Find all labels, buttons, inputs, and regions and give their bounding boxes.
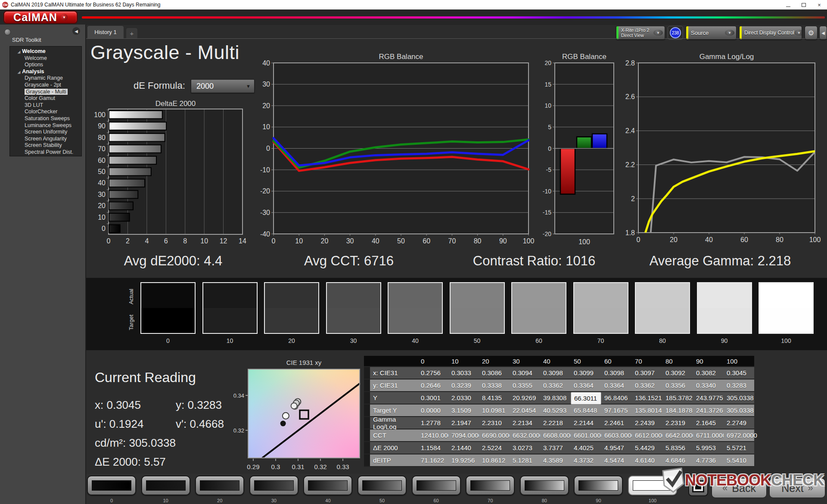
svg-text:0.34: 0.34 [233, 392, 244, 399]
minimize-button[interactable] [780, 0, 796, 9]
sidebar-item-label: Saturation Sweeps [25, 115, 70, 121]
svg-text:60: 60 [98, 157, 106, 164]
sidebar-item-welcome[interactable]: ◢Welcome [10, 48, 81, 55]
table-column-header: 80 [662, 356, 693, 367]
level-button-40[interactable] [303, 476, 352, 495]
level-button-10[interactable] [141, 476, 190, 495]
sidebar-item-options[interactable]: Options [10, 62, 81, 68]
sidebar-item-dynamic-range[interactable]: Dynamic Range [10, 75, 81, 82]
grayscale-swatch-90 [697, 282, 752, 334]
svg-text:70: 70 [98, 145, 106, 152]
table-cell: 2.2310 [479, 417, 510, 429]
sidebar-item-label: Spectral Power Dist. [25, 149, 73, 155]
de-formula-dropdown[interactable]: 2000 ▼ [191, 79, 255, 93]
table-row-label: x: CIE31 [370, 367, 418, 380]
sidebar-item-saturation-sweeps[interactable]: Saturation Sweeps [10, 115, 81, 122]
sidebar-item-screen-angularity[interactable]: Screen Angularity [10, 136, 81, 143]
tree-expand-icon[interactable]: ◢ [18, 50, 20, 54]
svg-text:10: 10 [544, 102, 551, 109]
svg-text:70: 70 [448, 237, 456, 245]
svg-text:20: 20 [262, 102, 270, 109]
sidebar-item-analysis[interactable]: ◢Analysis [10, 68, 81, 75]
svg-text:2.4: 2.4 [625, 127, 635, 134]
sidebar-item-luminance-sweeps[interactable]: Luminance Sweeps [10, 122, 81, 129]
svg-text:6: 6 [164, 237, 168, 245]
level-button-20[interactable] [195, 476, 244, 495]
sidebar-item-grayscale-2pt[interactable]: Grayscale - 2pt [10, 82, 81, 89]
display-control-dropdown[interactable]: Direct Display Control ▼ [739, 26, 802, 40]
table-row: x: CIE310.27560.30330.30860.30940.30980.… [364, 367, 754, 380]
table-cell: 2.2319 [662, 417, 693, 429]
meter-mode: Direct View [621, 33, 653, 38]
sidebar-item-welcome[interactable]: Welcome [10, 55, 81, 62]
measurement-table: 0102030405060708090100x: CIE310.27560.30… [364, 356, 754, 467]
swatch-actual [636, 283, 689, 308]
level-button-label: 80 [520, 498, 569, 503]
workflow-tree: ◢WelcomeWelcomeOptions◢AnalysisDynamic R… [9, 46, 82, 156]
table-cell: 4.3732 [571, 454, 601, 467]
svg-text:0.33: 0.33 [336, 463, 349, 470]
table-cell: 2.2461 [601, 417, 632, 429]
svg-text:-15: -15 [543, 209, 551, 216]
table-cell: 6603.0000 [601, 429, 632, 442]
swatch-level-label: 40 [388, 337, 443, 344]
table-column-header: 90 [693, 356, 724, 367]
settings-button[interactable]: ⚙ [805, 26, 818, 40]
table-cell: 0.3082 [693, 367, 724, 380]
svg-text:DeltaE 2000: DeltaE 2000 [155, 100, 196, 108]
table-cell: 2.2144 [571, 417, 601, 429]
table-cell: 10.8612 [479, 454, 510, 467]
level-button-90[interactable] [574, 476, 623, 495]
swatch-target [265, 308, 318, 333]
workflow-status-icon[interactable] [4, 29, 11, 35]
calman-logo-menu[interactable]: CalMAN ▼ [3, 11, 78, 24]
swatch-level-label: 10 [202, 337, 258, 344]
table-cell: 65.8448 [571, 404, 601, 417]
sidebar-item-screen-stability[interactable]: Screen Stability [10, 142, 81, 149]
tab-history-1[interactable]: History 1 [87, 25, 124, 38]
meter-dropdown[interactable]: X-Rite i1Pro 2 Direct View ▼ [616, 26, 665, 40]
svg-text:100: 100 [578, 238, 590, 246]
sidebar-item-label: Dynamic Range [25, 75, 63, 81]
level-button-label: 70 [466, 498, 515, 503]
table-cell: 2.2439 [632, 417, 662, 429]
level-button-60[interactable] [412, 476, 461, 495]
level-button-80[interactable] [520, 476, 569, 495]
swatch-target [759, 308, 813, 333]
close-button[interactable]: × [811, 0, 827, 9]
table-cell: 5.1281 [510, 454, 540, 467]
svg-text:RGB Balance: RGB Balance [562, 53, 606, 61]
maximize-button[interactable] [796, 0, 811, 9]
level-button-0[interactable] [87, 476, 136, 495]
svg-text:-20: -20 [260, 187, 270, 195]
svg-text:10: 10 [98, 214, 106, 221]
tree-expand-icon[interactable]: ◢ [18, 70, 20, 74]
sidebar-item-colorchecker[interactable]: ColorChecker [10, 109, 81, 115]
table-cell[interactable]: 66.3011 [571, 392, 601, 404]
level-button-30[interactable] [249, 476, 298, 495]
reading-de2000: ΔE 2000: 5.57 [95, 455, 166, 469]
sidebar-item-spectral-power-dist-[interactable]: Spectral Power Dist. [10, 149, 81, 156]
panel-collapse-button[interactable]: ◀ [819, 26, 827, 40]
table-cell: 5.4429 [632, 442, 662, 454]
sidebar-item-label: Screen Angularity [25, 136, 67, 142]
sidebar-item-screen-uniformity[interactable]: Screen Uniformity [10, 129, 81, 136]
svg-text:90: 90 [98, 122, 106, 130]
source-dropdown[interactable]: Source ▼ [686, 26, 737, 40]
meter-count-button[interactable]: 238 [668, 26, 683, 40]
svg-text:0: 0 [272, 237, 276, 245]
sidebar-item-grayscale-multi[interactable]: Grayscale - Multi [10, 89, 81, 96]
add-tab-button[interactable]: + [126, 28, 138, 38]
level-button-50[interactable] [358, 476, 407, 495]
svg-text:4: 4 [145, 237, 149, 245]
sidebar-collapse-icon[interactable]: ◀ [72, 27, 80, 35]
svg-text:Gamma Log/Log: Gamma Log/Log [700, 53, 754, 61]
table-column-header: 70 [632, 356, 662, 367]
sidebar-item-color-gamut[interactable]: Color Gamut [10, 95, 81, 102]
notebookcheck-watermark: NOTEBOOK CHECK [662, 467, 824, 494]
reading-x: x: 0.3045 [95, 398, 141, 412]
level-button-70[interactable] [466, 476, 515, 495]
sidebar-item-3d-lut[interactable]: 3D LUT [10, 102, 81, 109]
target-axis-label: Target [128, 314, 134, 330]
table-cell: 5.8356 [662, 442, 693, 454]
